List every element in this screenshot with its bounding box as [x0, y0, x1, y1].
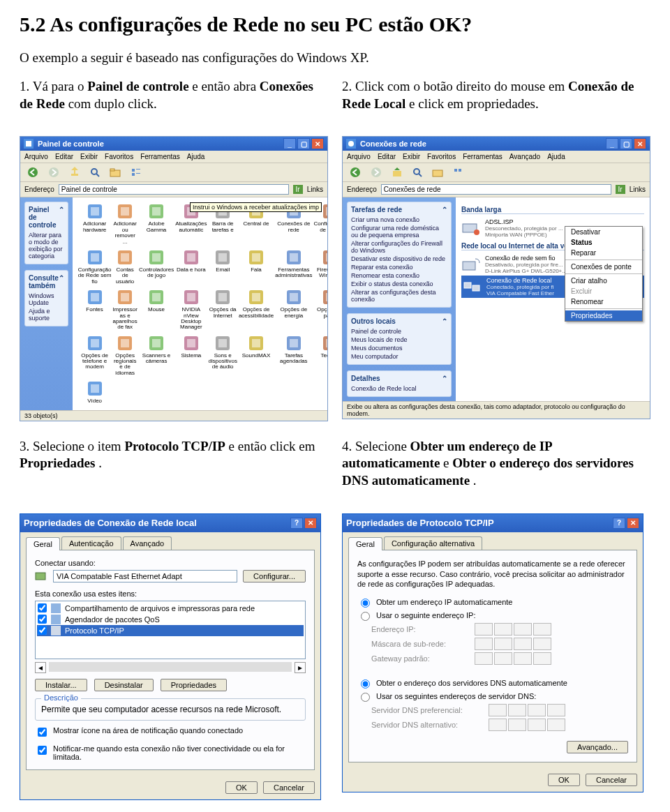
- ctx-item[interactable]: Desativar: [565, 227, 642, 237]
- cp-applet[interactable]: Opções de energia: [275, 289, 312, 331]
- addr-input[interactable]: [59, 184, 289, 195]
- tab-advanced[interactable]: Avançado: [123, 536, 172, 550]
- ctx-item[interactable]: Criar atalho: [565, 276, 642, 286]
- cp-applet[interactable]: Opções de acessibilidade: [239, 289, 274, 331]
- menu-item[interactable]: Editar: [55, 153, 73, 160]
- cp-applet[interactable]: Impressor as e aparelhos de fax: [112, 289, 137, 331]
- close-icon[interactable]: ✕: [634, 138, 646, 149]
- cp-applet[interactable]: Contas de usuário: [112, 249, 137, 285]
- minimize-icon[interactable]: _: [283, 138, 296, 149]
- views-button[interactable]: [450, 166, 467, 179]
- panel-link[interactable]: Alterar para o modo de exibição por cate…: [29, 231, 64, 260]
- cp-applet[interactable]: Controladores de jogo: [139, 249, 174, 285]
- close-icon[interactable]: ✕: [627, 518, 639, 529]
- cp-applet[interactable]: Opções de telefone e modem: [78, 335, 112, 377]
- toolbar[interactable]: [20, 163, 327, 182]
- tabs[interactable]: Geral Configuração alternativa: [343, 532, 643, 550]
- cp-applet[interactable]: Configuração de Rede sem fio: [78, 249, 112, 285]
- collapse-icon[interactable]: ⌃: [59, 206, 64, 229]
- menu-item[interactable]: Exibir: [80, 153, 98, 160]
- menu-item[interactable]: Favoritos: [105, 153, 133, 160]
- cp-applet[interactable]: Fontes: [78, 289, 112, 331]
- other-link[interactable]: Meu computador: [351, 352, 447, 361]
- ctx-item[interactable]: Status: [565, 237, 642, 248]
- task-link[interactable]: Reparar esta conexão: [351, 263, 447, 271]
- menu-item[interactable]: Ajuda: [187, 153, 205, 160]
- radio-auto-ip[interactable]: [361, 599, 370, 608]
- properties-button[interactable]: Propriedades: [161, 679, 227, 691]
- cp-applet[interactable]: Mouse: [139, 289, 174, 331]
- item-check[interactable]: [38, 626, 47, 635]
- menu-item[interactable]: Arquivo: [24, 153, 48, 160]
- collapse-icon[interactable]: ⌃: [442, 375, 447, 382]
- panel-link[interactable]: Windows Update: [29, 292, 64, 307]
- cp-applet[interactable]: Ferramentas administrativas: [275, 249, 312, 285]
- task-link[interactable]: Configurar uma rede doméstica ou de pequ…: [351, 224, 447, 239]
- radio-static-dns[interactable]: [361, 693, 370, 702]
- configure-button[interactable]: Configurar...: [243, 570, 306, 582]
- task-link[interactable]: Renomear esta conexão: [351, 271, 447, 280]
- search-button[interactable]: [410, 166, 425, 179]
- task-link[interactable]: Alterar configurações do Firewall do Win…: [351, 239, 447, 255]
- ctx-item[interactable]: Conexões de ponte: [565, 262, 642, 272]
- tab-general[interactable]: Geral: [26, 537, 60, 550]
- cp-applet[interactable]: Teclado: [313, 335, 328, 377]
- notify-check[interactable]: [38, 746, 47, 755]
- ok-button[interactable]: OK: [548, 774, 580, 786]
- cp-applet[interactable]: Opções de pasta: [313, 289, 328, 331]
- radio-auto-dns[interactable]: [361, 679, 370, 689]
- cp-applet[interactable]: Data e hora: [175, 249, 207, 285]
- ctx-item[interactable]: Reparar: [565, 248, 642, 258]
- close-icon[interactable]: ✕: [304, 518, 317, 529]
- toolbar[interactable]: [343, 163, 650, 182]
- scrollbar[interactable]: [49, 662, 292, 672]
- list-item[interactable]: Agendador de pacotes QoS: [37, 614, 304, 625]
- links-label[interactable]: Links: [630, 186, 646, 193]
- menu-item[interactable]: Editar: [378, 153, 396, 160]
- addr-input[interactable]: [381, 184, 611, 195]
- icon-area[interactable]: Adicionar hardwareAdicionar ou remover .…: [73, 197, 328, 409]
- list-item-selected[interactable]: Protocolo TCP/IP: [37, 625, 304, 636]
- menu-item[interactable]: Ajuda: [547, 153, 565, 160]
- titlebar[interactable]: Propriedades de Protocolo TCP/IP ? ✕: [343, 514, 643, 532]
- cp-applet[interactable]: NVIDIA nView Desktop Manager: [175, 289, 207, 331]
- up-button[interactable]: [66, 165, 83, 179]
- radio-static-ip[interactable]: [361, 612, 370, 621]
- back-button[interactable]: [24, 165, 41, 179]
- up-button[interactable]: [389, 165, 405, 179]
- minimize-icon[interactable]: _: [606, 138, 618, 149]
- ctx-item-highlighted[interactable]: Propriedades: [565, 310, 642, 321]
- context-menu[interactable]: Desativar Status Reparar Conexões de pon…: [565, 226, 643, 322]
- show-icon-check[interactable]: [38, 728, 47, 737]
- folders-button[interactable]: [429, 166, 446, 179]
- scroll-right-icon[interactable]: ▸: [295, 662, 306, 673]
- menubar[interactable]: Arquivo Editar Exibir Favoritos Ferramen…: [20, 151, 327, 163]
- task-link[interactable]: Desativar este dispositivo de rede: [351, 255, 447, 263]
- tab-altconfig[interactable]: Configuração alternativa: [384, 536, 482, 550]
- menu-item[interactable]: Exibir: [403, 153, 420, 160]
- go-button[interactable]: Ir: [616, 185, 625, 194]
- cp-applet[interactable]: Adicionar ou remover ...: [112, 203, 137, 245]
- address-bar[interactable]: Endereço Ir Links: [343, 182, 650, 197]
- titlebar[interactable]: Conexões de rede _ ▢ ✕: [343, 137, 650, 151]
- cp-applet[interactable]: Opções regionais e de idiomas: [112, 335, 137, 377]
- cp-applet[interactable]: Vídeo: [78, 380, 112, 404]
- cp-applet[interactable]: SoundMAX: [239, 335, 274, 377]
- other-link[interactable]: Meus locais de rede: [351, 336, 447, 344]
- advanced-button[interactable]: Avançado...: [567, 741, 628, 753]
- tabs[interactable]: Geral Autenticação Avançado: [20, 532, 320, 550]
- cp-applet[interactable]: Email: [209, 249, 237, 285]
- cp-applet[interactable]: Scanners e câmeras: [139, 335, 174, 377]
- tab-auth[interactable]: Autenticação: [61, 536, 121, 550]
- go-button[interactable]: Ir: [293, 185, 303, 194]
- menu-item[interactable]: Avançado: [509, 153, 540, 160]
- cp-applet[interactable]: Sistema: [175, 335, 207, 377]
- help-icon[interactable]: ?: [613, 518, 625, 529]
- scroll-left-icon[interactable]: ◂: [35, 662, 46, 673]
- menu-item[interactable]: Ferramentas: [140, 153, 180, 160]
- cp-applet[interactable]: Adicionar hardware: [78, 203, 112, 245]
- menu-item[interactable]: Arquivo: [347, 153, 371, 160]
- other-link[interactable]: Meus documentos: [351, 344, 447, 352]
- tab-general[interactable]: Geral: [348, 537, 382, 550]
- collapse-icon[interactable]: ⌃: [442, 206, 447, 213]
